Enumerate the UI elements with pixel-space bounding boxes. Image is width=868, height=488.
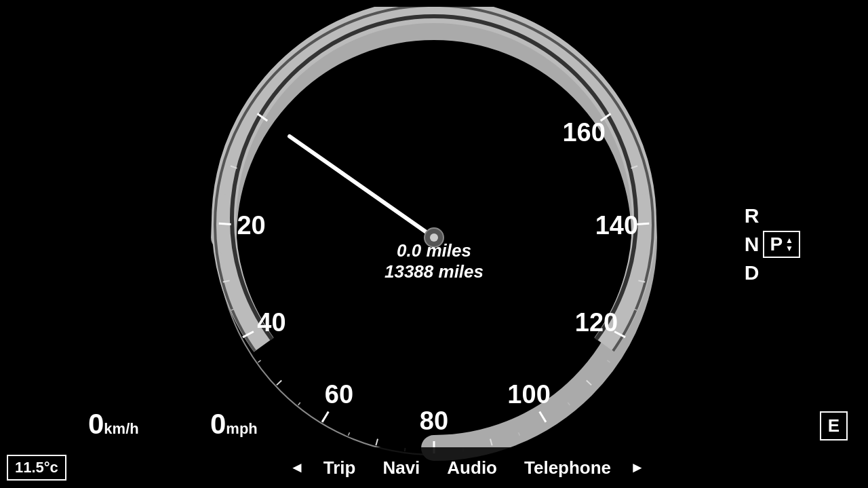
speed-kmh-value: 0 bbox=[88, 408, 104, 440]
svg-line-35 bbox=[349, 432, 350, 436]
nav-right-arrow[interactable]: ► bbox=[625, 459, 650, 476]
svg-line-1 bbox=[290, 136, 434, 238]
temperature-display: 11.5°c bbox=[7, 455, 66, 481]
speed-mph: 0mph bbox=[210, 408, 258, 440]
svg-line-9 bbox=[322, 411, 328, 421]
bottom-left: 11.5°c bbox=[7, 455, 73, 481]
gear-n-row: N P ▲ ▼ bbox=[745, 231, 800, 258]
nav-telephone[interactable]: Telephone bbox=[511, 457, 625, 478]
speed-mph-unit: mph bbox=[226, 420, 257, 437]
svg-line-33 bbox=[258, 360, 261, 362]
bottom-bar: 11.5°c ◄ Trip Navi Audio Telephone ► bbox=[0, 447, 868, 488]
svg-text:100: 100 bbox=[507, 380, 550, 409]
svg-line-5 bbox=[219, 223, 231, 224]
svg-line-23 bbox=[277, 381, 281, 386]
svg-text:20: 20 bbox=[237, 211, 265, 240]
trip-distance: 0.0 miles bbox=[384, 240, 484, 261]
svg-line-34 bbox=[298, 402, 300, 405]
gear-r: R bbox=[745, 204, 760, 228]
svg-line-30 bbox=[222, 194, 226, 195]
nav-audio[interactable]: Audio bbox=[433, 457, 511, 478]
speed-kmh: 0km/h bbox=[88, 408, 139, 440]
nav-trip[interactable]: Trip bbox=[310, 457, 370, 478]
e-indicator: E bbox=[820, 411, 848, 440]
gear-n: N bbox=[745, 232, 760, 257]
svg-line-17 bbox=[637, 223, 649, 224]
gear-p: P bbox=[770, 233, 783, 255]
svg-line-24 bbox=[376, 439, 378, 446]
svg-text:120: 120 bbox=[575, 308, 618, 337]
speedometer: 20406080100120140160 bbox=[203, 7, 665, 468]
gear-indicator: R N P ▲ ▼ D bbox=[745, 204, 800, 285]
svg-text:80: 80 bbox=[420, 407, 448, 435]
gear-p-arrows: ▲ ▼ bbox=[785, 236, 793, 252]
svg-text:60: 60 bbox=[325, 380, 353, 409]
gear-p-box: P ▲ ▼ bbox=[763, 231, 800, 258]
temperature-value: 11.5°c bbox=[15, 459, 58, 476]
gear-down-arrow: ▼ bbox=[785, 244, 793, 252]
svg-text:160: 160 bbox=[562, 118, 605, 147]
nav-group: ◄ Trip Navi Audio Telephone ► bbox=[73, 457, 861, 478]
speed-kmh-unit: km/h bbox=[104, 420, 138, 437]
gear-d: D bbox=[745, 261, 760, 285]
speed-mph-value: 0 bbox=[210, 408, 226, 440]
odometer: 13388 miles bbox=[384, 261, 484, 282]
svg-text:140: 140 bbox=[595, 211, 638, 240]
svg-text:40: 40 bbox=[257, 308, 285, 337]
trip-info: 0.0 miles 13388 miles bbox=[384, 240, 484, 282]
dashboard: 20406080100120140160 0.0 miles 13388 mil… bbox=[0, 0, 868, 488]
nav-left-arrow[interactable]: ◄ bbox=[284, 459, 310, 476]
nav-navi[interactable]: Navi bbox=[369, 457, 433, 478]
e-label: E bbox=[828, 415, 840, 436]
svg-line-43 bbox=[642, 194, 646, 195]
